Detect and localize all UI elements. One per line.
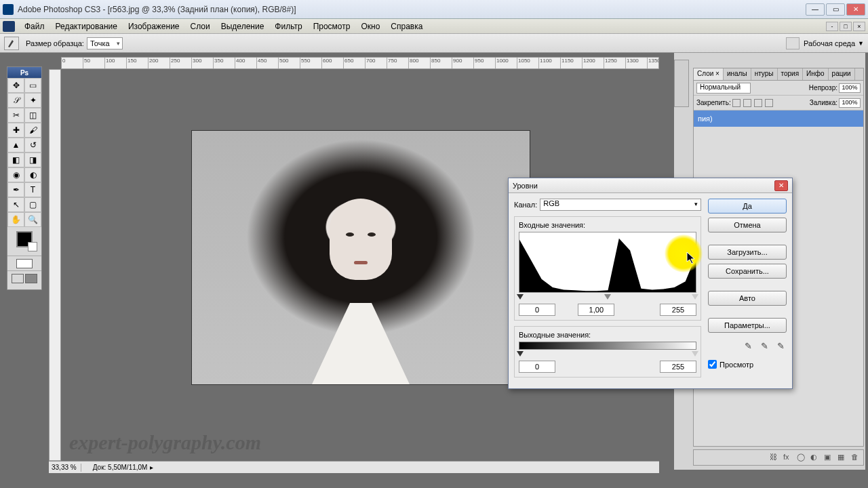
workspace-icon[interactable] [786,37,800,49]
sample-size-select[interactable]: Точка [87,37,123,49]
tab-info[interactable]: Инфо [803,68,829,80]
output-white-field[interactable] [660,361,696,373]
tab-channels[interactable]: иналы [724,68,751,80]
close-button[interactable]: ✕ [846,3,865,16]
menu-help[interactable]: Справка [385,20,428,33]
lock-trans-icon[interactable] [732,99,741,107]
layer-fx-icon[interactable]: fx [783,453,793,462]
menu-window[interactable]: Окно [355,20,385,33]
ruler-vertical[interactable] [49,69,61,461]
opacity-input[interactable]: 100% [839,83,861,93]
fill-input[interactable]: 100% [839,98,861,108]
toolbox-header[interactable]: Ps [7,67,41,78]
eyedropper-black-icon[interactable]: ✎ [742,340,754,352]
heal-tool-icon[interactable]: ✚ [7,123,24,138]
pen-tool-icon[interactable]: ✒ [7,182,24,197]
minimize-button[interactable]: — [806,3,825,16]
white-point-slider[interactable] [692,294,698,300]
doc-restore-icon[interactable]: □ [840,22,852,31]
slice-tool-icon[interactable]: ◫ [24,108,41,123]
crop-tool-icon[interactable]: ✂ [7,108,24,123]
eyedropper-gray-icon[interactable]: ✎ [758,340,770,352]
ok-button[interactable]: Да [708,199,787,214]
input-levels-label: Входные значения: [519,221,585,229]
menu-view[interactable]: Просмотр [308,20,356,33]
current-tool-icon[interactable] [4,37,19,50]
hand-tool-icon[interactable]: ✋ [7,212,24,227]
menu-file[interactable]: Файл [19,20,50,33]
lock-pixels-icon[interactable] [743,99,751,107]
layer-name: пия) [698,115,713,123]
type-tool-icon[interactable]: T [24,182,41,197]
blend-mode-select[interactable]: Нормальный [696,83,751,94]
blur-tool-icon[interactable]: ◉ [7,167,24,182]
zoom-tool-icon[interactable]: 🔍 [24,212,41,227]
status-arrow-icon[interactable]: ▸ [150,464,153,471]
tab-history[interactable]: тория [778,68,804,80]
folder-icon[interactable]: ▣ [824,453,833,462]
maximize-button[interactable]: ▭ [826,3,845,16]
menu-select[interactable]: Выделение [216,20,270,33]
eyedropper-white-icon[interactable]: ✎ [774,340,787,352]
eraser-tool-icon[interactable]: ◧ [7,152,24,167]
marquee-tool-icon[interactable]: ▭ [24,78,41,93]
save-button[interactable]: Сохранить... [708,264,787,279]
link-layers-icon[interactable]: ⛓ [770,453,779,462]
quickmask-toggle[interactable] [7,256,41,270]
output-black-field[interactable] [519,361,555,373]
ruler-horizontal[interactable]: 0501001502002503003504004505005506006507… [61,57,659,69]
dodge-tool-icon[interactable]: ◐ [24,167,41,182]
load-button[interactable]: Загрузить... [708,245,787,260]
shape-tool-icon[interactable]: ▢ [24,197,41,212]
background-swatch[interactable] [28,242,37,251]
layer-mask-icon[interactable]: ◯ [797,453,806,462]
input-black-field[interactable] [519,304,555,316]
lasso-tool-icon[interactable]: 𝒮 [7,93,24,108]
wand-tool-icon[interactable]: ✦ [24,93,41,108]
preview-checkbox[interactable] [708,360,717,369]
tab-paths[interactable]: нтуры [751,68,778,80]
output-black-slider[interactable] [517,351,524,357]
zoom-level[interactable]: 33,33 % [52,464,77,471]
output-slider-track[interactable] [519,351,696,358]
chevron-down-icon[interactable]: ▼ [858,40,864,47]
black-point-slider[interactable] [517,294,524,300]
gamma-slider[interactable] [604,294,611,300]
path-tool-icon[interactable]: ↖ [7,197,24,212]
screenmode-toggle[interactable] [7,270,41,285]
input-white-field[interactable] [660,304,696,316]
stamp-tool-icon[interactable]: ▲ [7,138,24,152]
layer-row-active[interactable]: пия) [694,110,863,127]
menu-edit[interactable]: Редактирование [50,20,123,33]
tab-actions[interactable]: рации [829,68,855,80]
gradient-tool-icon[interactable]: ◨ [24,152,41,167]
tab-layers[interactable]: Слои × [694,68,724,80]
doc-close-icon[interactable]: × [853,22,865,31]
history-brush-icon[interactable]: ↺ [24,138,41,152]
move-tool-icon[interactable]: ✥ [7,78,24,93]
lock-all-icon[interactable] [765,99,773,107]
lock-pos-icon[interactable] [754,99,762,107]
sample-size-label: Размер образца: [26,39,84,47]
menu-filter[interactable]: Фильтр [269,20,307,33]
cancel-button[interactable]: Отмена [708,218,787,232]
trash-icon[interactable]: 🗑 [851,453,861,462]
new-layer-icon[interactable]: ▦ [837,453,847,462]
adjustment-icon[interactable]: ◐ [810,453,820,462]
menu-layer[interactable]: Слои [185,20,216,33]
dialog-close-button[interactable]: ✕ [774,180,788,191]
doc-minimize-icon[interactable]: - [826,22,838,31]
dialog-title: Уровни [513,182,538,190]
document-canvas[interactable] [191,130,530,385]
input-slider-track[interactable] [519,294,696,301]
menu-image[interactable]: Изображение [123,20,185,33]
channel-select[interactable]: RGB [540,199,701,211]
brush-tool-icon[interactable]: 🖌 [24,123,41,138]
workspace-label[interactable]: Рабочая среда [804,39,855,47]
output-white-slider[interactable] [692,351,698,357]
input-gamma-field[interactable] [578,304,614,316]
options-button[interactable]: Параметры... [708,318,787,333]
doc-size: Док: 5,50M/11,0M [93,464,148,471]
panel-dock-icon[interactable] [674,60,689,107]
auto-button[interactable]: Авто [708,291,787,306]
